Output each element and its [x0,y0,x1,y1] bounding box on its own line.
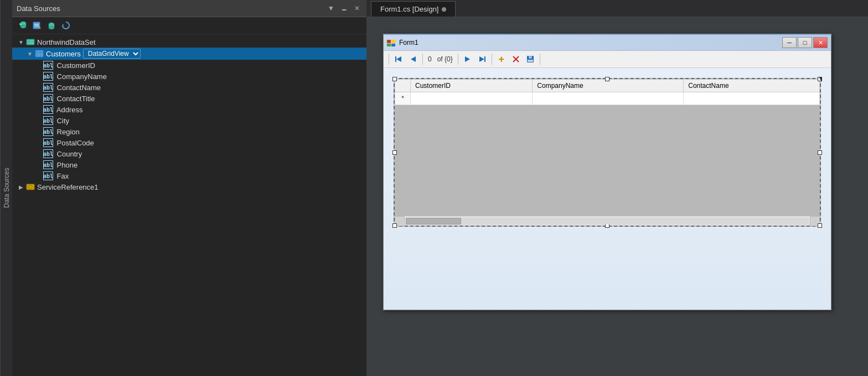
nav-prev-btn[interactable] [406,53,420,66]
hscroll-track[interactable] [406,218,809,224]
field-icon-companyname: abl [43,72,53,81]
nav-delete-btn[interactable] [509,53,523,66]
dataset-label: NorthwindDataSet [37,38,96,46]
field-label-address: Address [55,106,83,114]
tree-item-region[interactable]: abl Region [12,126,366,137]
design-tab-form1[interactable]: Form1.cs [Design] [371,1,456,17]
delete-icon [512,55,520,64]
field-icon-fax: abl [43,171,53,180]
close-icon: ✕ [818,39,823,46]
tree-container[interactable]: ▼ NorthwindDataSet ▼ [12,34,366,376]
tree-item-city[interactable]: abl City [12,115,366,126]
tree-item-customerid[interactable]: abl CustomerID [12,60,366,71]
dataset-icon [25,38,35,46]
resize-handle-bl[interactable] [392,223,397,228]
edit-dataset-icon: ✎ [32,20,42,30]
serviceref-label: ServiceReference1 [37,183,99,191]
svg-marker-29 [465,56,470,62]
win-close-btn[interactable]: ✕ [813,37,828,48]
add-datasource-btn[interactable]: + [17,19,29,32]
add-datasource-icon: + [18,20,28,30]
nav-prev-icon [409,55,417,64]
panel-title: Data Sources [17,4,323,13]
svg-rect-12 [27,39,34,45]
svg-text:+: + [19,22,22,27]
customers-dropdown[interactable]: DataGridView Details None [83,49,141,59]
nav-next-btn[interactable] [461,53,474,66]
tree-item-companyname[interactable]: abl CompanyName [12,71,366,82]
refresh-icon [46,20,56,30]
resize-handle-ml[interactable] [392,150,397,155]
tab-modified-dot [442,7,446,12]
tree-item-contactname[interactable]: abl ContactName [12,82,366,93]
minimize-icon: ─ [787,39,792,46]
svg-rect-15 [35,50,43,57]
field-icon-customerid: abl [43,61,53,70]
nav-sep-5 [540,54,540,65]
tree-item-serviceref[interactable]: ▶ ServiceReference1 [12,181,366,192]
binding-navigator: 0 of {0} [384,51,831,68]
add-icon: + [498,54,504,65]
resize-handle-tl[interactable] [392,77,397,81]
win-maximize-btn[interactable]: □ [798,37,812,48]
nav-last-icon [478,55,487,64]
svg-rect-24 [387,44,391,46]
customers-table-icon [34,49,44,58]
edit-dataset-btn[interactable]: ✎ [31,19,43,32]
tree-item-customers[interactable]: ▼ Customers DataGridView Details None [12,48,366,60]
maximize-icon: □ [803,39,807,46]
resize-handle-tc[interactable] [605,77,609,81]
datagrid-header-customerid: CustomerID [411,80,533,92]
field-label-contactname: ContactName [55,83,101,92]
tree-item-dataset[interactable]: ▼ NorthwindDataSet [12,36,366,48]
nav-sep-3 [458,54,458,65]
nav-sep-4 [492,54,492,65]
hscroll-thumb[interactable] [406,218,461,224]
nav-first-btn[interactable] [392,53,405,66]
resize-handle-mr[interactable] [818,150,822,155]
refresh-btn[interactable] [60,19,72,32]
field-icon-contactname: abl [43,83,53,92]
tree-item-phone[interactable]: abl Phone [12,159,366,170]
resize-handle-tr[interactable] [818,77,822,81]
datagrid-new-row: * [395,92,820,105]
tree-item-country[interactable]: abl Country [12,148,366,159]
refresh-arrow-icon [61,20,71,30]
sidebar-tab[interactable]: Data Sources [0,0,12,376]
win-title: Form1 [399,39,781,46]
nav-sep-2 [422,54,423,65]
nav-last-btn[interactable] [476,53,489,66]
win-minimize-btn[interactable]: ─ [782,37,797,48]
field-label-contacttitle: ContactTitle [55,95,95,103]
nav-add-btn[interactable]: + [495,53,508,66]
svg-point-10 [49,26,54,29]
nav-save-btn[interactable] [524,53,537,66]
tree-item-fax[interactable]: abl Fax [12,170,366,181]
svg-rect-36 [528,60,533,62]
svg-marker-11 [63,24,64,25]
refresh-datasource-btn[interactable] [45,19,58,32]
nav-count-value: 0 [428,55,432,63]
svg-marker-37 [819,77,822,82]
data-sources-panel: Data Sources ▼ 🗕 ✕ + ✎ [12,0,366,376]
sidebar-tab-label: Data Sources [3,168,11,208]
panel-pin-btn[interactable]: 🗕 [339,3,350,13]
design-canvas[interactable]: Form1 ─ □ ✕ [366,17,868,376]
datagrid-wrapper[interactable]: CustomerID CompanyName ContactName * [394,78,821,227]
datagrid-new-row-customerid [411,92,533,105]
field-icon-postalcode: abl [43,138,53,147]
field-label-fax: Fax [55,172,69,180]
tree-item-contacttitle[interactable]: abl ContactTitle [12,93,366,104]
datagrid-header-rowmarker [395,80,411,92]
field-icon-country: abl [43,149,53,158]
customers-arrow: ▼ [25,51,34,57]
field-icon-address: abl [43,105,53,114]
tree-item-postalcode[interactable]: abl PostalCode [12,137,366,148]
datagrid-new-row-marker: * [395,92,411,105]
svg-marker-27 [396,56,401,62]
panel-dropdown-btn[interactable]: ▼ [326,3,337,13]
tree-item-address[interactable]: abl Address [12,104,366,115]
serviceref-icon [25,182,35,191]
resize-handle-br[interactable] [818,223,822,228]
panel-close-btn[interactable]: ✕ [352,3,362,13]
